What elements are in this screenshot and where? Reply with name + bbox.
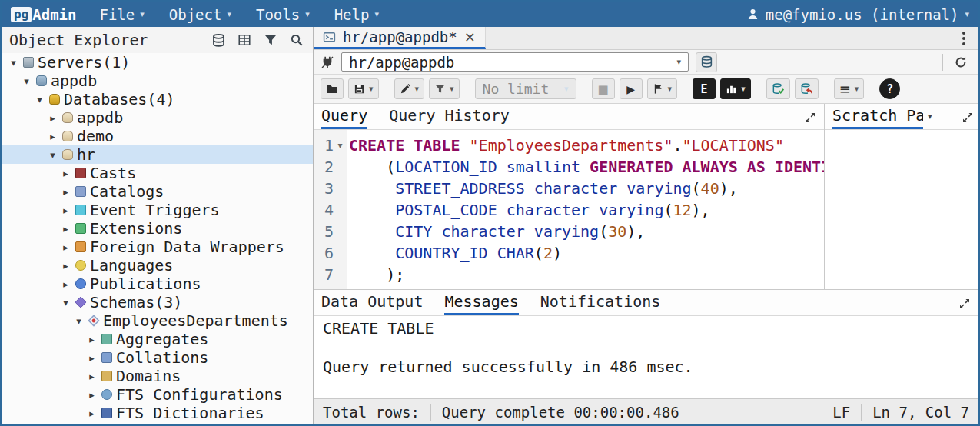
chevron-down-icon: ▾ — [227, 9, 231, 19]
sql-line: 4 POSTAL_CODE character varying(12), — [314, 199, 824, 221]
tab-messages[interactable]: Messages — [444, 290, 518, 315]
tree-item-catalogs[interactable]: ▸Catalogs — [2, 182, 313, 201]
kebab-menu-icon[interactable] — [957, 32, 971, 45]
chevron-collapsed-icon[interactable]: ▸ — [60, 278, 71, 290]
chevron-collapsed-icon[interactable]: ▸ — [60, 186, 71, 198]
fold-marker-icon[interactable]: ▾ — [334, 135, 347, 156]
chevron-expanded-icon[interactable]: ▾ — [60, 297, 71, 308]
tree-item-publications[interactable]: ▸Publications — [2, 275, 313, 293]
filter-button[interactable]: ▾ — [429, 78, 460, 99]
user-menu[interactable]: me@fymio.us (internal) ▾ — [746, 6, 969, 23]
tree-item-servers-1[interactable]: ▾Servers(1) — [2, 53, 313, 72]
expand-icon[interactable] — [962, 108, 974, 126]
sql-line: 1▾CREATE TABLE "EmployeesDepartments"."L… — [314, 135, 824, 156]
refresh-layout-button[interactable] — [950, 52, 972, 72]
help-icon: ? — [886, 82, 893, 96]
new-connection-button[interactable] — [696, 52, 717, 72]
menu-tools[interactable]: Tools▾ — [256, 6, 310, 23]
tab-query[interactable]: Query — [321, 104, 367, 129]
object-explorer-header: Object Explorer — [2, 27, 313, 53]
content: Object Explorer ▾Servers(1)▾appdb▾Databa… — [2, 27, 978, 424]
explain-analyze-button[interactable]: ▾ — [720, 78, 751, 99]
open-file-button[interactable] — [321, 78, 344, 99]
commit-button[interactable] — [766, 78, 790, 99]
chevron-collapsed-icon[interactable]: ▸ — [47, 112, 58, 124]
save-icon — [354, 83, 365, 95]
database-stack-icon[interactable] — [210, 32, 227, 48]
sql-code-text: CREATE TABLE "EmployeesDepartments"."LOC… — [347, 135, 784, 156]
tree-item-fts-configurations[interactable]: ▸FTS Configurations — [2, 385, 313, 404]
scratch-pad-panel: Scratch Pa ▾ — [825, 104, 978, 289]
scratch-pad-tab[interactable]: Scratch Pa — [832, 104, 923, 129]
save-button[interactable]: ▾ — [348, 78, 379, 99]
chevron-collapsed-icon[interactable]: ▸ — [60, 223, 71, 235]
tree-item-appdb[interactable]: ▸appdb — [2, 108, 313, 127]
grid-icon[interactable] — [236, 32, 253, 48]
menu-object[interactable]: Object▾ — [169, 6, 231, 23]
tree-item-label: FTS Dictionaries — [116, 404, 264, 422]
chevron-collapsed-icon[interactable]: ▸ — [86, 371, 98, 382]
macros-button[interactable]: ≡ ▾ — [834, 78, 865, 99]
sql-line: 3 STREET_ADDRESS character varying(40), — [314, 178, 824, 199]
chevron-collapsed-icon[interactable]: ▸ — [60, 241, 71, 253]
chevron-collapsed-icon[interactable]: ▸ — [60, 260, 71, 271]
tree-item-foreign-data-wrappers[interactable]: ▸Foreign Data Wrappers — [2, 238, 313, 256]
menu-help[interactable]: Help▾ — [334, 6, 379, 23]
execute-button[interactable]: ▶ — [620, 78, 643, 99]
sql-editor[interactable]: 1▾CREATE TABLE "EmployeesDepartments"."L… — [314, 130, 824, 289]
tree-item-domains[interactable]: ▸Domains — [2, 367, 313, 385]
filter-icon[interactable] — [262, 32, 279, 48]
execute-options-button[interactable]: ▾ — [647, 78, 678, 99]
object-explorer-panel: Object Explorer ▾Servers(1)▾appdb▾Databa… — [2, 27, 314, 424]
chevron-collapsed-icon[interactable]: ▸ — [47, 131, 58, 142]
tree-item-hr[interactable]: ▾hr — [2, 145, 313, 164]
query-tool-tab[interactable]: hr/app@appdb* × — [314, 27, 486, 49]
tree-item-fts-dictionaries[interactable]: ▸FTS Dictionaries — [2, 404, 313, 422]
edit-menu-button[interactable]: ▾ — [394, 78, 425, 99]
tree-item-label: Event Triggers — [90, 201, 220, 219]
chevron-collapsed-icon[interactable]: ▸ — [86, 389, 98, 401]
tree-item-languages[interactable]: ▸Languages — [2, 256, 313, 275]
fold-spacer — [334, 242, 347, 264]
chevron-expanded-icon[interactable]: ▾ — [21, 75, 32, 87]
expand-icon[interactable] — [804, 108, 816, 126]
chevron-collapsed-icon[interactable]: ▸ — [86, 352, 98, 364]
close-icon[interactable]: × — [464, 30, 476, 44]
menu-file[interactable]: File▾ — [99, 6, 144, 23]
flag-icon — [653, 83, 664, 95]
tree-item-databases-4[interactable]: ▾Databases(4) — [2, 90, 313, 108]
chevron-collapsed-icon[interactable]: ▸ — [86, 408, 98, 419]
tree-item-label: Casts — [90, 164, 136, 182]
tree-item-extensions[interactable]: ▸Extensions — [2, 219, 313, 238]
tree-item-schemas-3[interactable]: ▾Schemas(3) — [2, 293, 313, 311]
expand-icon[interactable] — [958, 294, 971, 312]
chevron-expanded-icon[interactable]: ▾ — [73, 315, 85, 327]
fdw-icon — [75, 241, 86, 252]
search-icon[interactable] — [288, 32, 305, 48]
tree-item-aggregates[interactable]: ▸Aggregates — [2, 330, 313, 348]
tree-item-label: Servers(1) — [38, 53, 130, 72]
tab-query-history[interactable]: Query History — [389, 104, 510, 129]
tree-item-casts[interactable]: ▸Casts — [2, 164, 313, 182]
chevron-down-icon[interactable]: ▾ — [928, 111, 932, 121]
chevron-expanded-icon[interactable]: ▾ — [34, 94, 45, 105]
chevron-collapsed-icon[interactable]: ▸ — [60, 205, 71, 216]
tree-item-demo[interactable]: ▸demo — [2, 127, 313, 145]
scratch-pad-input[interactable] — [825, 130, 978, 289]
tree-item-collations[interactable]: ▸Collations — [2, 348, 313, 367]
tree-item-event-triggers[interactable]: ▸Event Triggers — [2, 201, 313, 219]
chevron-expanded-icon[interactable]: ▾ — [8, 57, 19, 68]
explain-button[interactable]: E — [693, 78, 716, 99]
tab-data-output[interactable]: Data Output — [321, 290, 423, 315]
row-limit-select[interactable]: No limit ▾ — [475, 78, 576, 99]
help-button[interactable]: ? — [879, 78, 900, 99]
chevron-collapsed-icon[interactable]: ▸ — [60, 168, 71, 179]
cancel-query-button[interactable]: ■ — [592, 78, 615, 99]
tree-item-appdb[interactable]: ▾appdb — [2, 72, 313, 90]
chevron-expanded-icon[interactable]: ▾ — [47, 149, 58, 161]
rollback-button[interactable] — [795, 78, 819, 99]
chevron-collapsed-icon[interactable]: ▸ — [86, 334, 98, 345]
tree-item-employeesdepartments[interactable]: ▾EmployeesDepartments — [2, 311, 313, 330]
tab-notifications[interactable]: Notifications — [540, 290, 661, 315]
connection-select[interactable]: hr/app@appdb ▾ — [341, 52, 689, 72]
